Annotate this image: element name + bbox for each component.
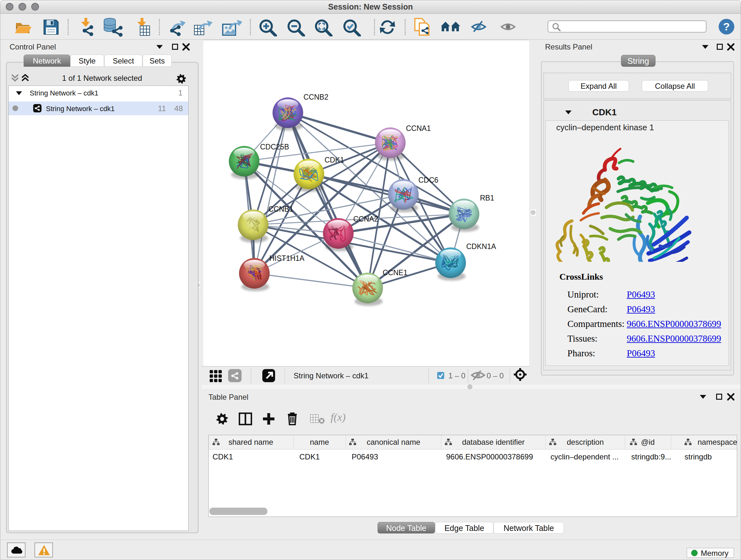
svg-text:RB1: RB1 <box>480 194 494 202</box>
svg-text:CDC25B: CDC25B <box>260 143 289 151</box>
svg-text:CCNB1: CCNB1 <box>268 205 293 213</box>
svg-text:CCNA2: CCNA2 <box>353 215 378 223</box>
svg-text:CCNB2: CCNB2 <box>304 93 328 101</box>
svg-text:HIST1H1A: HIST1H1A <box>269 254 305 262</box>
svg-text:CDC6: CDC6 <box>418 176 439 184</box>
svg-text:CCNA1: CCNA1 <box>406 124 431 132</box>
svg-text:CCNE1: CCNE1 <box>383 268 408 277</box>
svg-text:CDKN1A: CDKN1A <box>466 242 496 251</box>
svg-text:CDK1: CDK1 <box>325 156 344 164</box>
